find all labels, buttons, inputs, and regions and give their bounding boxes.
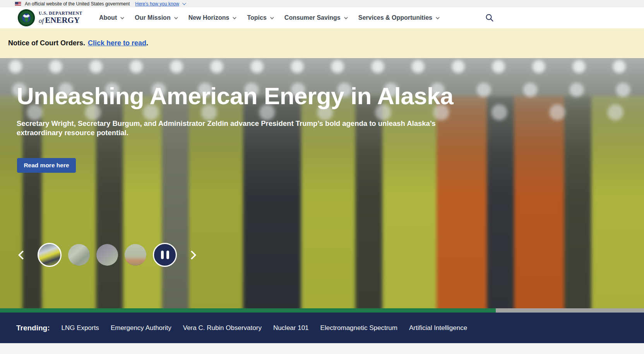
notice-bar: Notice of Court Orders. Click here to re… bbox=[0, 28, 644, 58]
doe-logo[interactable]: U.S. DEPARTMENT ofENERGY bbox=[18, 9, 82, 26]
hero-subtitle: Secretary Wright, Secretary Burgum, and … bbox=[17, 119, 475, 137]
nav-label: New Horizons bbox=[188, 14, 230, 21]
carousel-thumb-2[interactable] bbox=[68, 244, 90, 266]
nav-label: About bbox=[99, 14, 117, 21]
trending-link-vera-rubin-observatory[interactable]: Vera C. Rubin Observatory bbox=[183, 324, 262, 332]
chevron-down-icon bbox=[174, 15, 178, 19]
carousel-thumb-4[interactable] bbox=[125, 244, 146, 266]
chevron-down-icon bbox=[120, 15, 124, 19]
nav-item-services-opportunities[interactable]: Services & Opportunities bbox=[358, 14, 438, 21]
trending-link-electromagnetic-spectrum[interactable]: Electromagnetic Spectrum bbox=[320, 324, 397, 332]
pause-icon bbox=[161, 251, 164, 259]
trending-link-artificial-intelligence[interactable]: Artificial Intelligence bbox=[409, 324, 467, 332]
hero-section: Unleashing American Energy in Alaska Sec… bbox=[0, 58, 644, 308]
how-you-know-label: Here's how you know bbox=[135, 1, 179, 7]
logo-energy-line: ofENERGY bbox=[39, 16, 82, 24]
chevron-down-icon bbox=[344, 15, 348, 19]
us-flag-icon bbox=[15, 2, 21, 6]
nav-item-about[interactable]: About bbox=[99, 14, 123, 21]
logo-dept-line: U.S. DEPARTMENT bbox=[39, 11, 82, 16]
trending-bar: Trending: LNG Exports Emergency Authorit… bbox=[0, 313, 644, 343]
search-icon bbox=[485, 14, 494, 22]
trending-link-lng-exports[interactable]: LNG Exports bbox=[62, 324, 99, 332]
chevron-down-icon bbox=[270, 15, 274, 19]
carousel-thumb-1[interactable] bbox=[38, 243, 62, 267]
chevron-down-icon bbox=[436, 15, 440, 19]
trending-label: Trending: bbox=[16, 324, 50, 332]
carousel-pause-button[interactable] bbox=[153, 243, 177, 267]
read-more-button[interactable]: Read more here bbox=[17, 158, 76, 173]
nav-item-new-horizons[interactable]: New Horizons bbox=[188, 14, 236, 21]
notice-text: Notice of Court Orders. bbox=[8, 39, 85, 47]
nav-label: Topics bbox=[247, 14, 266, 21]
logo-energy-word: ENERGY bbox=[45, 15, 80, 25]
search-button[interactable] bbox=[485, 13, 495, 23]
carousel-thumb-3[interactable] bbox=[96, 244, 118, 266]
notice-suffix: . bbox=[146, 39, 148, 47]
carousel-progress-fill bbox=[0, 308, 496, 313]
gov-banner: An official website of the United States… bbox=[0, 0, 644, 7]
site-header: U.S. DEPARTMENT ofENERGY About Our Missi… bbox=[0, 7, 644, 28]
doe-logo-text: U.S. DEPARTMENT ofENERGY bbox=[39, 11, 82, 25]
pause-icon bbox=[166, 251, 169, 259]
gov-banner-text: An official website of the United States… bbox=[25, 1, 130, 7]
chevron-down-icon bbox=[182, 1, 186, 5]
nav-item-topics[interactable]: Topics bbox=[247, 14, 272, 21]
main-nav: About Our Mission New Horizons Topics Co… bbox=[99, 7, 438, 28]
nav-label: Services & Opportunities bbox=[358, 14, 432, 21]
nav-item-our-mission[interactable]: Our Mission bbox=[135, 14, 176, 21]
chevron-left-icon[interactable] bbox=[18, 250, 27, 259]
nav-item-consumer-savings[interactable]: Consumer Savings bbox=[284, 14, 347, 21]
logo-of-word: of bbox=[39, 17, 44, 24]
chevron-down-icon bbox=[233, 15, 236, 19]
trending-link-nuclear-101[interactable]: Nuclear 101 bbox=[273, 324, 309, 332]
hero-title: Unleashing American Energy in Alaska bbox=[17, 83, 453, 109]
doe-seal-icon bbox=[18, 9, 35, 26]
nav-label: Our Mission bbox=[135, 14, 170, 21]
notice-read-link[interactable]: Click here to read bbox=[88, 39, 146, 47]
carousel-progress-track bbox=[0, 308, 644, 313]
hero-carousel-controls bbox=[19, 243, 195, 267]
nav-label: Consumer Savings bbox=[284, 14, 341, 21]
chevron-right-icon[interactable] bbox=[187, 250, 196, 259]
next-section-edge bbox=[0, 343, 644, 354]
trending-link-emergency-authority[interactable]: Emergency Authority bbox=[111, 324, 171, 332]
how-you-know-link[interactable]: Here's how you know bbox=[135, 1, 185, 7]
